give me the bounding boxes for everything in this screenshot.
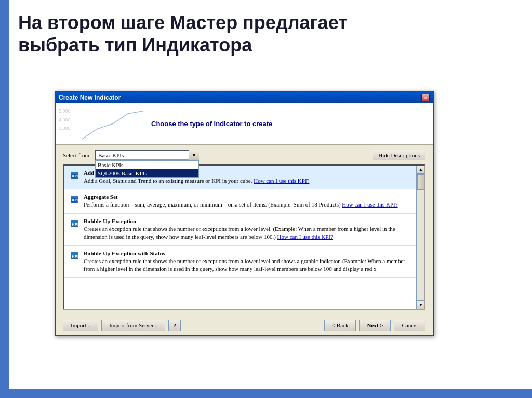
svg-text:3,000: 3,000 — [59, 126, 70, 131]
dialog-wrapper: Create New Indicator × 5,000 4,000 3,000… — [55, 91, 434, 336]
hide-descriptions-button[interactable]: Hide Descriptions — [373, 150, 425, 160]
import-button[interactable]: Import... — [63, 320, 98, 331]
combo-input-row: ▼ — [95, 150, 199, 160]
kpi-list[interactable]: KPI Add a... Add a Goal, Status and Tren… — [64, 166, 416, 309]
dialog-header-title: Choose the type of indicator to create — [151, 120, 272, 128]
kpi-title-aggregate: Aggregate Set — [84, 194, 398, 200]
svg-text:5,000: 5,000 — [59, 108, 70, 114]
title-line1: На втором шаге Мастер предлагает — [18, 11, 522, 34]
kpi-content-bubble-up: Bubble-Up Exception Creates an exception… — [84, 218, 411, 241]
scroll-track — [417, 174, 424, 300]
select-from-input[interactable] — [95, 150, 199, 160]
scroll-up-arrow[interactable]: ▲ — [417, 166, 425, 174]
kpi-desc-aggregate: Performs a function—sum, average, maximu… — [84, 201, 398, 209]
left-accent-bar — [0, 0, 9, 398]
scroll-down-arrow[interactable]: ▼ — [417, 300, 425, 309]
kpi-link-add[interactable]: How can I use this KPI? — [254, 177, 309, 184]
kpi-flag-icon-aggregate: KPI — [69, 195, 79, 205]
svg-text:KPI: KPI — [72, 254, 78, 259]
svg-text:KPI: KPI — [72, 222, 78, 227]
kpi-item-bubble-up[interactable]: KPI Bubble-Up Exception Creates an excep… — [64, 214, 416, 246]
svg-text:KPI: KPI — [72, 174, 78, 179]
kpi-flag-icon-bubble-up-status: KPI — [69, 251, 79, 262]
dropdown-item-basic-kpis[interactable]: Basic KPIs — [96, 161, 198, 169]
kpi-flag-icon-add: KPI — [69, 171, 79, 181]
select-from-combo-wrapper: ▼ Basic KPIs SQL2005 Basic KPIs — [95, 150, 199, 160]
kpi-desc-bubble-up-status: Creates an exception rule that shows the… — [84, 257, 411, 273]
bottom-accent-bar — [0, 389, 532, 398]
kpi-link-aggregate[interactable]: How can I use this KPI? — [342, 201, 397, 208]
combo-dropdown: Basic KPIs SQL2005 Basic KPIs — [95, 160, 199, 178]
kpi-title-bubble-up: Bubble-Up Exception — [84, 218, 411, 224]
dialog-titlebar: Create New Indicator × — [56, 92, 433, 103]
kpi-link-bubble-up[interactable]: How can I use this KPI? — [277, 234, 333, 240]
back-button[interactable]: < Back — [324, 320, 356, 331]
combo-dropdown-button[interactable]: ▼ — [189, 150, 199, 160]
kpi-item-aggregate[interactable]: KPI Aggregate Set Performs a function—su… — [64, 189, 416, 213]
next-button[interactable]: Next > — [359, 320, 391, 331]
help-button[interactable]: ? — [168, 320, 181, 331]
kpi-content-aggregate: Aggregate Set Performs a function—sum, a… — [84, 194, 398, 209]
dropdown-item-sql2005[interactable]: SQL2005 Basic KPIs — [96, 169, 198, 177]
scrollbar[interactable]: ▲ ▼ — [416, 166, 424, 309]
kpi-flag-icon-bubble-up: KPI — [69, 219, 79, 229]
close-button[interactable]: × — [421, 94, 430, 101]
chart-background-icon: 5,000 4,000 3,000 — [56, 103, 159, 144]
kpi-desc-add: Add a Goal, Status and Trend to an exist… — [84, 177, 309, 185]
svg-text:4,000: 4,000 — [59, 117, 70, 122]
svg-text:KPI: KPI — [72, 198, 78, 202]
slide-title: На втором шаге Мастер предлагает выбрать… — [18, 11, 522, 56]
scroll-thumb[interactable] — [417, 174, 424, 190]
select-from-label: Select from: — [63, 152, 91, 158]
cancel-button[interactable]: Cancel — [394, 320, 425, 331]
kpi-title-bubble-up-status: Bubble-Up Exception with Status — [84, 250, 411, 256]
dialog-title: Create New Indicator — [59, 94, 121, 101]
dialog-header: 5,000 4,000 3,000 Choose the type of ind… — [56, 103, 433, 145]
create-indicator-dialog: Create New Indicator × 5,000 4,000 3,000… — [55, 91, 434, 336]
kpi-desc-bubble-up: Creates an exception rule that shows the… — [84, 225, 411, 241]
dialog-footer: Import... Import from Server... ? < Back… — [56, 315, 433, 335]
kpi-list-container: KPI Add a... Add a Goal, Status and Tren… — [63, 164, 425, 310]
dialog-body: Select from: ▼ Basic KPIs SQL2005 Basic … — [56, 145, 433, 315]
import-from-server-button[interactable]: Import from Server... — [101, 320, 165, 331]
title-line2: выбрать тип Индикатора — [18, 34, 522, 56]
kpi-item-bubble-up-status[interactable]: KPI Bubble-Up Exception with Status Crea… — [64, 246, 416, 278]
select-from-row: Select from: ▼ Basic KPIs SQL2005 Basic … — [63, 150, 425, 160]
kpi-content-bubble-up-status: Bubble-Up Exception with Status Creates … — [84, 250, 411, 273]
